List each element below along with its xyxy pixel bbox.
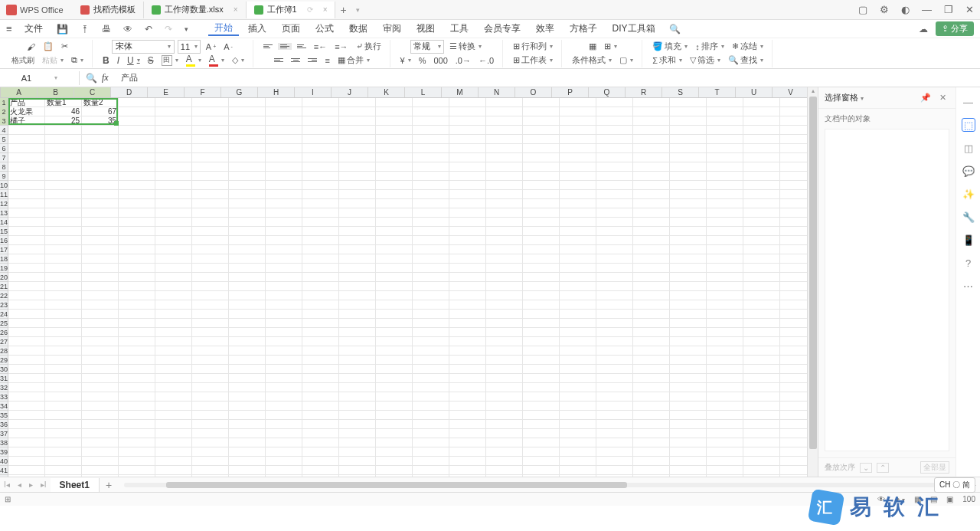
cell-I38[interactable] bbox=[302, 438, 339, 447]
cell-T39[interactable] bbox=[707, 447, 743, 457]
cell-S36[interactable] bbox=[670, 420, 707, 429]
cell-R38[interactable] bbox=[633, 438, 670, 447]
cell-L37[interactable] bbox=[413, 429, 449, 438]
cell-Q2[interactable] bbox=[596, 107, 633, 116]
cell-G5[interactable] bbox=[229, 135, 266, 144]
cell-A7[interactable] bbox=[8, 153, 45, 162]
cell-H19[interactable] bbox=[266, 264, 302, 273]
cell-S1[interactable] bbox=[670, 98, 707, 107]
cell-J2[interactable] bbox=[339, 107, 376, 116]
cell-R36[interactable] bbox=[633, 420, 670, 429]
cell-V3[interactable] bbox=[780, 116, 807, 126]
cell-B4[interactable] bbox=[45, 126, 82, 135]
row-header-38[interactable]: 38 bbox=[0, 438, 8, 447]
column-headers[interactable]: ABCDEFGHIJKLMNOPQRSTUV bbox=[1, 87, 807, 98]
cell-D1[interactable] bbox=[119, 98, 155, 107]
indent-increase-icon[interactable]: ≡→ bbox=[332, 42, 350, 51]
cell-J14[interactable] bbox=[339, 218, 376, 227]
cell-P40[interactable] bbox=[560, 457, 596, 466]
cell-P38[interactable] bbox=[560, 438, 596, 447]
cell-Q38[interactable] bbox=[596, 438, 633, 447]
cell-C12[interactable] bbox=[82, 199, 119, 208]
table-dropdown-icon[interactable]: ⊞ bbox=[602, 41, 619, 51]
cell-Q20[interactable] bbox=[596, 273, 633, 282]
cell-N20[interactable] bbox=[486, 273, 523, 282]
cell-N36[interactable] bbox=[486, 420, 523, 429]
cell-G26[interactable] bbox=[229, 328, 266, 337]
cell-L24[interactable] bbox=[413, 310, 449, 319]
cell-R21[interactable] bbox=[633, 282, 670, 291]
cell-O23[interactable] bbox=[523, 300, 560, 310]
cell-O25[interactable] bbox=[523, 319, 560, 328]
cell-K18[interactable] bbox=[376, 254, 413, 264]
cell-P25[interactable] bbox=[560, 319, 596, 328]
cell-C42[interactable] bbox=[82, 475, 119, 477]
cell-A20[interactable] bbox=[8, 273, 45, 282]
cell-J26[interactable] bbox=[339, 328, 376, 337]
cell-J5[interactable] bbox=[339, 135, 376, 144]
cell-L17[interactable] bbox=[413, 245, 449, 254]
cell-Q16[interactable] bbox=[596, 236, 633, 245]
align-justify-icon[interactable]: ≡ bbox=[322, 56, 332, 65]
cell-N32[interactable] bbox=[486, 383, 523, 392]
show-all-button[interactable]: 全部显 bbox=[920, 461, 949, 474]
cell-V2[interactable] bbox=[780, 107, 807, 116]
window-close-icon[interactable]: ✕ bbox=[959, 4, 980, 15]
cell-A42[interactable] bbox=[8, 475, 45, 477]
row-header-25[interactable]: 25 bbox=[0, 319, 8, 328]
row-header-23[interactable]: 23 bbox=[0, 300, 8, 310]
cell-H32[interactable] bbox=[266, 383, 302, 392]
cell-B31[interactable] bbox=[45, 374, 82, 383]
cell-A29[interactable] bbox=[8, 356, 45, 365]
cell-E38[interactable] bbox=[155, 438, 192, 447]
row-header-42[interactable]: 42 bbox=[0, 475, 8, 477]
cell-T10[interactable] bbox=[707, 181, 743, 190]
cell-K38[interactable] bbox=[376, 438, 413, 447]
horizontal-scrollbar[interactable] bbox=[124, 481, 962, 489]
cell-B13[interactable] bbox=[45, 208, 82, 218]
cell-D4[interactable] bbox=[119, 126, 155, 135]
cell-L18[interactable] bbox=[413, 254, 449, 264]
cell-O33[interactable] bbox=[523, 392, 560, 402]
cell-Q3[interactable] bbox=[596, 116, 633, 126]
cell-Q25[interactable] bbox=[596, 319, 633, 328]
cell-L27[interactable] bbox=[413, 337, 449, 346]
cell-P42[interactable] bbox=[560, 475, 596, 477]
cell-V1[interactable] bbox=[780, 98, 807, 107]
cell-I37[interactable] bbox=[302, 429, 339, 438]
col-header-A[interactable]: A bbox=[1, 87, 38, 97]
cell-R14[interactable] bbox=[633, 218, 670, 227]
cell-A8[interactable] bbox=[8, 162, 45, 172]
cell-E22[interactable] bbox=[155, 291, 192, 300]
underline-button[interactable]: U bbox=[125, 55, 142, 66]
cell-T12[interactable] bbox=[707, 199, 743, 208]
cell-V8[interactable] bbox=[780, 162, 807, 172]
cell-C22[interactable] bbox=[82, 291, 119, 300]
cell-Q32[interactable] bbox=[596, 383, 633, 392]
cell-C32[interactable] bbox=[82, 383, 119, 392]
cell-D38[interactable] bbox=[119, 438, 155, 447]
cell-P33[interactable] bbox=[560, 392, 596, 402]
cell-K31[interactable] bbox=[376, 374, 413, 383]
cell-K24[interactable] bbox=[376, 310, 413, 319]
cell-H10[interactable] bbox=[266, 181, 302, 190]
cell-M26[interactable] bbox=[449, 328, 486, 337]
cell-B3[interactable]: 25 bbox=[45, 116, 82, 126]
cell-K4[interactable] bbox=[376, 126, 413, 135]
cell-K27[interactable] bbox=[376, 337, 413, 346]
cell-S7[interactable] bbox=[670, 153, 707, 162]
cell-K3[interactable] bbox=[376, 116, 413, 126]
cell-F18[interactable] bbox=[192, 254, 229, 264]
cell-D39[interactable] bbox=[119, 447, 155, 457]
cell-L25[interactable] bbox=[413, 319, 449, 328]
cell-D32[interactable] bbox=[119, 383, 155, 392]
cell-O30[interactable] bbox=[523, 365, 560, 374]
cell-A39[interactable] bbox=[8, 447, 45, 457]
cell-A18[interactable] bbox=[8, 254, 45, 264]
cell-P19[interactable] bbox=[560, 264, 596, 273]
tab-menu-icon[interactable]: ▾ bbox=[351, 6, 364, 14]
row-header-28[interactable]: 28 bbox=[0, 346, 8, 356]
align-right-icon[interactable] bbox=[305, 58, 319, 62]
cell-M34[interactable] bbox=[449, 402, 486, 411]
formula-input[interactable]: 产品 bbox=[115, 70, 980, 86]
